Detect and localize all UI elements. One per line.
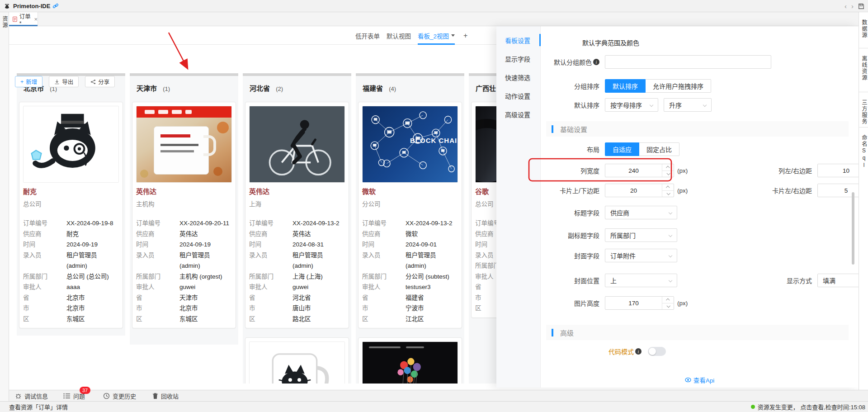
debug-info-button[interactable]: 调试信息 [15, 392, 48, 400]
settings-menu-board[interactable]: 看板设置 [496, 31, 540, 49]
nav-forward-icon[interactable]: › [851, 3, 854, 9]
kanban-card[interactable]: 英伟达 上海 订单编号 XX-2024-09-13-2 供应商 英 [245, 102, 349, 328]
stepper-up-icon[interactable] [662, 297, 674, 303]
card-field-label: 省 [249, 293, 292, 303]
card-field-label: 市 [362, 303, 406, 314]
card-vmargin-input[interactable]: 20 [605, 184, 674, 197]
subtitle-field-select[interactable]: 所属部门 [605, 228, 677, 242]
nav-back-icon[interactable]: ‹ [844, 3, 847, 9]
share-button[interactable]: 分享 [85, 76, 115, 87]
default-group-color-input[interactable] [605, 55, 771, 69]
share-icon [90, 79, 96, 85]
view-tab-default-view[interactable]: 默认视图 [387, 26, 411, 45]
board-toolbar: + 新增 导出 分享 [15, 76, 115, 87]
stepper-down-icon[interactable] [662, 170, 674, 177]
cover-field-select[interactable]: 订单附件 [605, 249, 677, 262]
image-height-value: 170 [605, 297, 662, 309]
recycle-bin-button[interactable]: 回收站 [152, 392, 179, 400]
field-label: 默认分组颜色 [554, 57, 592, 66]
card-field-row: 订单编号 XX-2024-09-13-2 [362, 218, 458, 229]
settings-menu-actions[interactable]: 动作设置 [496, 86, 540, 105]
title-field-select[interactable]: 供应商 [605, 206, 677, 219]
add-button[interactable]: + 新增 [15, 76, 42, 87]
card-field-label: 录入员 [136, 250, 179, 271]
card-field-row: 供应商 耐克 [23, 229, 119, 240]
left-rail-tab-resources[interactable]: 资源 [0, 16, 9, 28]
card-subtitle: 主机构 [136, 199, 232, 208]
right-rail-tab-offline-resources[interactable]: 离线资源 [859, 48, 868, 92]
card-field-row: 录入员 租户管理员 (admin) [249, 250, 345, 271]
card-field-label: 订单编号 [249, 218, 292, 229]
code-mode-toggle[interactable] [648, 347, 666, 356]
card-field-row: 订单编号 XX-2024-09-19-8 [23, 218, 119, 229]
trash-icon [152, 393, 158, 399]
column-margin-row: 列左/右边距 10 (px) [744, 163, 868, 178]
close-icon[interactable]: × [34, 16, 38, 23]
card-field-label: 审批人 [136, 282, 179, 293]
card-vmargin-label: 卡片上/下边距 [541, 186, 599, 195]
right-rail-tab-third-party[interactable]: 三方服务 [859, 92, 868, 128]
card-vmargin-row: 卡片上/下边距 20 (px) [541, 183, 688, 198]
card-field-row: 所属部门 上海 (上海) [249, 271, 345, 282]
image-height-input[interactable]: 170 [605, 296, 674, 310]
stepper-down-icon[interactable] [662, 190, 674, 197]
add-view-button[interactable]: + [463, 32, 467, 40]
card-field-row: 所属部门 分公司 (subtest) [362, 271, 458, 282]
settings-menu-quick-filter[interactable]: 快速筛选 [496, 68, 540, 86]
layout-adaptive-option[interactable]: 自适应 [605, 142, 639, 156]
settings-menu-display-fields[interactable]: 显示字段 [496, 49, 540, 68]
kanban-card[interactable]: 英伟达 主机构 订单编号 XX-2024-09-20-11 供应商 [132, 102, 236, 328]
right-rail: 数据源 离线资源 三方服务 命名Sql [859, 12, 868, 390]
layout-fixed-option[interactable]: 固定占比 [639, 142, 679, 156]
kanban-card[interactable]: 耐克 总公司 订单编号 XX-2024-09-19-8 供应商 耐 [19, 102, 123, 328]
view-tab-lowcode-form[interactable]: 低开表单 [355, 26, 380, 45]
problems-button[interactable]: 问题 37 [63, 392, 85, 400]
card-hmargin-label: 卡片左/右边距 [744, 186, 812, 195]
card-title: 英伟达 [249, 186, 345, 196]
kanban-card[interactable] [358, 337, 462, 384]
app-title: Primeton-IDE [13, 3, 50, 9]
card-field-row: 时间 2024-09-01 [362, 239, 458, 250]
info-icon[interactable]: i [593, 59, 599, 65]
export-button[interactable]: 导出 [49, 76, 79, 87]
cover-position-select[interactable]: 上 [605, 274, 677, 287]
view-api-label: 查看Api [693, 375, 715, 384]
card-field-value: 微软 [406, 229, 458, 240]
doc-tab-order[interactable]: 订单* × [9, 12, 38, 26]
link-icon[interactable] [52, 3, 59, 9]
sort-order-select[interactable]: 升序 [664, 98, 712, 112]
group-sort-drag-option[interactable]: 允许用户拖拽排序 [646, 79, 711, 93]
default-sort-select[interactable]: 按字母排序 [605, 98, 658, 112]
info-icon[interactable]: i [635, 348, 642, 355]
app-logo-icon [4, 3, 10, 9]
right-rail-tab-datasource[interactable]: 数据源 [859, 12, 868, 48]
column-width-value: 240 [605, 164, 662, 177]
chevron-down-icon [669, 254, 672, 257]
stepper-up-icon[interactable] [662, 184, 674, 190]
stepper [662, 297, 674, 309]
stepper-up-icon[interactable] [662, 164, 674, 170]
kanban-card[interactable]: BLOCK CHAIN 微软 分公司 订单编号 XX-2024-09-13-2 [358, 102, 462, 328]
status-right[interactable]: 资源发生变更， 点击查看,检查时间:15:08 [751, 403, 865, 411]
card-fields: 订单编号 XX-2024-09-13-2 供应商 微软 时间 202 [362, 218, 458, 324]
card-field-label: 录入员 [362, 250, 406, 271]
change-history-button[interactable]: 变更历史 [103, 392, 136, 400]
settings-content: 默认字典范围及颜色 默认分组颜色 i 分组排序 默认排序 允许用户拖拽排序 默认… [541, 26, 859, 388]
column-width-input[interactable]: 240 [605, 164, 674, 177]
kanban-card[interactable] [245, 337, 349, 384]
card-field-value: 北京市 [66, 293, 119, 303]
view-api-link[interactable]: 查看Api [541, 373, 859, 387]
list-icon [63, 393, 71, 399]
settings-menu-advanced[interactable]: 高级设置 [496, 105, 540, 123]
stepper-down-icon[interactable] [662, 303, 674, 310]
group-sort-default-option[interactable]: 默认排序 [605, 79, 646, 93]
display-mode-row: 显示方式 填满 [744, 273, 868, 288]
panel-scrollbar[interactable] [852, 192, 854, 265]
select-value: 订单附件 [610, 251, 636, 260]
view-tab-kanban2[interactable]: 看板_2视图 [418, 26, 455, 45]
unit-px: (px) [677, 187, 688, 194]
eye-icon [685, 377, 691, 383]
right-rail-tab-named-sql[interactable]: 命名Sql [859, 128, 868, 190]
card-subtitle: 总公司 [23, 199, 119, 208]
save-icon[interactable] [858, 3, 864, 9]
